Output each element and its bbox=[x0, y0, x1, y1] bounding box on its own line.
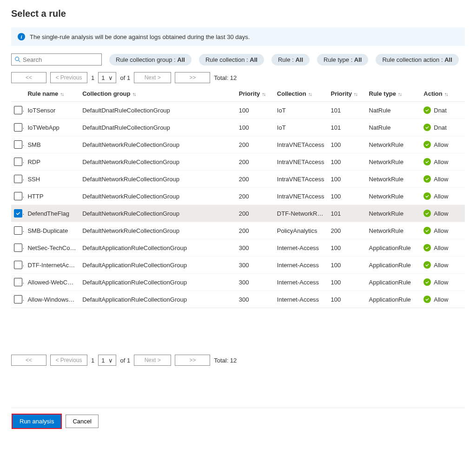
table-row[interactable]: NetSec-TechCo…DefaultApplicationRuleColl… bbox=[11, 239, 465, 257]
first-page-button[interactable]: << bbox=[11, 72, 46, 83]
col-rule-type[interactable]: Rule type↑↓ bbox=[366, 86, 421, 102]
row-checkbox[interactable] bbox=[14, 278, 22, 286]
prev-page-button[interactable]: < Previous bbox=[50, 72, 87, 83]
col-priority[interactable]: Priority↑↓ bbox=[236, 86, 274, 102]
svg-line-1 bbox=[19, 60, 20, 62]
cell-priority2: 101 bbox=[328, 119, 366, 136]
table-row[interactable]: HTTPDefaultNetworkRuleCollectionGroup200… bbox=[11, 188, 465, 205]
table-row[interactable]: IoTWebAppDefaultDnatRuleCollectionGroup1… bbox=[11, 119, 465, 136]
col-collection[interactable]: Collection↑↓ bbox=[274, 86, 328, 102]
cell-collection: IntraVNETAccess bbox=[274, 171, 328, 188]
row-checkbox[interactable] bbox=[14, 158, 22, 166]
cell-priority: 200 bbox=[236, 222, 274, 239]
search-input-wrap[interactable] bbox=[11, 53, 102, 66]
check-circle-icon bbox=[423, 124, 431, 131]
cell-priority2: 200 bbox=[328, 222, 366, 239]
row-checkbox[interactable] bbox=[14, 123, 22, 132]
filter-pill-0[interactable]: Rule collection group : All bbox=[109, 54, 192, 66]
cell-rule-name: SSH bbox=[25, 171, 79, 188]
table-row[interactable]: Allowed-WebC…DefaultApplicationRuleColle… bbox=[11, 274, 465, 291]
search-input[interactable] bbox=[23, 56, 101, 63]
cell-priority: 300 bbox=[236, 291, 274, 308]
cell-rule-type: NetworkRule bbox=[366, 222, 421, 239]
cell-collection: IntraVNETAccess bbox=[274, 188, 328, 205]
row-checkbox[interactable] bbox=[14, 244, 22, 252]
cell-collection: IntraVNETAccess bbox=[274, 153, 328, 171]
search-icon bbox=[14, 56, 21, 63]
cell-collection-group: DefaultNetworkRuleCollectionGroup bbox=[79, 205, 236, 222]
cell-collection-group: DefaultNetworkRuleCollectionGroup bbox=[79, 222, 236, 239]
col-collection-group[interactable]: Collection group↑↓ bbox=[79, 86, 236, 102]
cell-priority2: 100 bbox=[328, 136, 366, 153]
cell-priority: 300 bbox=[236, 239, 274, 257]
cell-collection: DTF-NetworkR… bbox=[274, 205, 328, 222]
page-current-label: 1 bbox=[91, 74, 94, 81]
table-row[interactable]: SMB-DuplicateDefaultNetworkRuleCollectio… bbox=[11, 222, 465, 239]
cell-rule-name: DefendTheFlag bbox=[25, 205, 79, 222]
svg-point-0 bbox=[15, 57, 19, 61]
cell-rule-name: DTF-InternetAc… bbox=[25, 257, 79, 274]
cell-collection: Internet-Access bbox=[274, 291, 328, 308]
cell-collection-group: DefaultApplicationRuleCollectionGroup bbox=[79, 274, 236, 291]
check-circle-icon bbox=[423, 192, 431, 200]
run-analysis-button[interactable]: Run analysis bbox=[13, 415, 61, 428]
cell-rule-name: SMB-Duplicate bbox=[25, 222, 79, 239]
cell-rule-name: IoTSensor bbox=[25, 102, 79, 119]
total-count: Total: 12 bbox=[214, 74, 237, 81]
table-row[interactable]: Allow-Windows…DefaultApplicationRuleColl… bbox=[11, 291, 465, 308]
cell-action: Allow bbox=[421, 291, 465, 308]
filter-pill-1[interactable]: Rule collection : All bbox=[199, 54, 264, 66]
row-checkbox[interactable] bbox=[14, 261, 22, 269]
table-row[interactable]: SSHDefaultNetworkRuleCollectionGroup200I… bbox=[11, 171, 465, 188]
cell-rule-name: IoTWebApp bbox=[25, 119, 79, 136]
page-of: of 1 bbox=[120, 74, 130, 81]
filter-pill-4[interactable]: Rule collection action : All bbox=[376, 54, 458, 66]
rules-table: Rule name↑↓ Collection group↑↓ Priority↑… bbox=[11, 86, 465, 308]
row-checkbox[interactable] bbox=[14, 140, 22, 149]
last-page-button[interactable]: >> bbox=[175, 72, 210, 83]
cell-rule-type: NetworkRule bbox=[366, 188, 421, 205]
cell-rule-type: NetworkRule bbox=[366, 153, 421, 171]
row-checkbox[interactable] bbox=[14, 175, 22, 183]
cell-collection: Internet-Access bbox=[274, 257, 328, 274]
page-select[interactable]: 1 ∨ bbox=[98, 72, 116, 83]
table-row[interactable]: RDPDefaultNetworkRuleCollectionGroup200I… bbox=[11, 153, 465, 171]
cell-action: Allow bbox=[421, 153, 465, 171]
cell-collection-group: DefaultDnatRuleCollectionGroup bbox=[79, 102, 236, 119]
next-page-button[interactable]: Next > bbox=[134, 72, 171, 83]
cancel-button[interactable]: Cancel bbox=[66, 415, 98, 428]
table-row[interactable]: SMBDefaultNetworkRuleCollectionGroup200I… bbox=[11, 136, 465, 153]
check-circle-icon bbox=[423, 210, 431, 217]
table-row[interactable]: DTF-InternetAc…DefaultApplicationRuleCol… bbox=[11, 257, 465, 274]
cell-action: Allow bbox=[421, 171, 465, 188]
cell-priority2: 100 bbox=[328, 153, 366, 171]
last-page-button-bottom[interactable]: >> bbox=[175, 355, 210, 366]
cell-priority2: 100 bbox=[328, 171, 366, 188]
col-rule-name[interactable]: Rule name↑↓ bbox=[25, 86, 79, 102]
filter-pill-2[interactable]: Rule : All bbox=[271, 54, 310, 66]
row-checkbox[interactable] bbox=[14, 209, 22, 218]
row-checkbox[interactable] bbox=[14, 192, 22, 200]
cell-rule-type: ApplicationRule bbox=[366, 239, 421, 257]
col-priority2[interactable]: Priority↑↓ bbox=[328, 86, 366, 102]
page-select-bottom[interactable]: 1 ∨ bbox=[98, 355, 116, 366]
footer: Run analysis Cancel bbox=[11, 408, 465, 435]
prev-page-button-bottom[interactable]: < Previous bbox=[50, 355, 87, 366]
cell-action: Allow bbox=[421, 274, 465, 291]
next-page-button-bottom[interactable]: Next > bbox=[134, 355, 171, 366]
page-title: Select a rule bbox=[11, 8, 476, 19]
table-row[interactable]: DefendTheFlagDefaultNetworkRuleCollectio… bbox=[11, 205, 465, 222]
table-row[interactable]: IoTSensorDefaultDnatRuleCollectionGroup1… bbox=[11, 102, 465, 119]
info-text: The single-rule analysis will be done ag… bbox=[30, 33, 250, 40]
cell-priority: 200 bbox=[236, 171, 274, 188]
col-action[interactable]: Action↑↓ bbox=[421, 86, 465, 102]
cell-priority2: 100 bbox=[328, 239, 366, 257]
cell-collection-group: DefaultNetworkRuleCollectionGroup bbox=[79, 188, 236, 205]
row-checkbox[interactable] bbox=[14, 106, 22, 114]
cell-rule-type: ApplicationRule bbox=[366, 291, 421, 308]
first-page-button-bottom[interactable]: << bbox=[11, 355, 46, 366]
row-checkbox[interactable] bbox=[14, 226, 22, 235]
row-checkbox[interactable] bbox=[14, 295, 22, 303]
filter-pill-3[interactable]: Rule type : All bbox=[317, 54, 368, 66]
cell-rule-name: NetSec-TechCo… bbox=[25, 239, 79, 257]
